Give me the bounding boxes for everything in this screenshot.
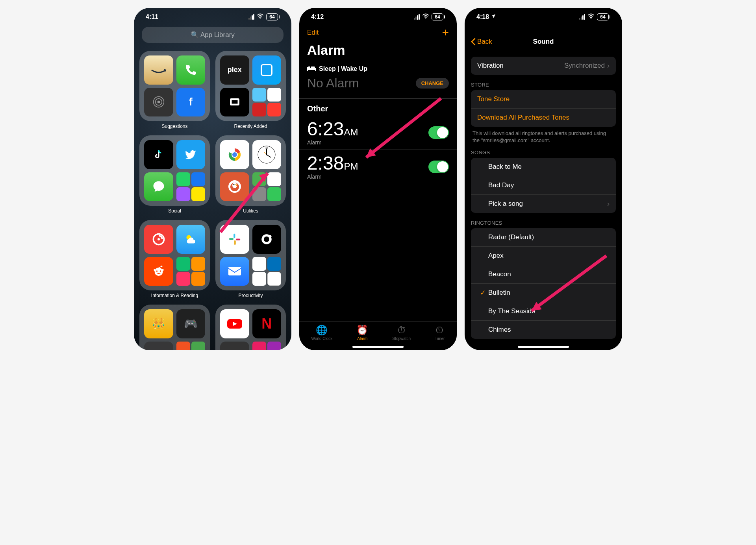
- home-indicator[interactable]: [352, 346, 404, 348]
- pocketcasts-icon[interactable]: [144, 225, 173, 254]
- ringtone-cell[interactable]: ✓By The Seaside: [471, 302, 616, 320]
- home-indicator[interactable]: [518, 346, 569, 348]
- back-button[interactable]: Back: [471, 38, 492, 46]
- ringtone-cell[interactable]: ✓Radar (Default): [471, 228, 616, 246]
- search-placeholder: App Library: [200, 31, 235, 39]
- section-header: SONGS: [471, 150, 616, 155]
- mini-apps[interactable]: [176, 257, 206, 286]
- globe-icon: 🌐: [311, 325, 333, 336]
- alarm-row[interactable]: 2:38PM Alarm: [299, 150, 457, 184]
- pick-song-cell[interactable]: ✓Pick a song›: [471, 194, 616, 213]
- game-icon[interactable]: 🎮: [176, 309, 206, 338]
- app-icon[interactable]: [220, 342, 249, 351]
- chrome-icon[interactable]: [220, 140, 249, 169]
- mini-apps[interactable]: [252, 172, 282, 201]
- folder-partial[interactable]: 👑 🎮 🏈: [139, 305, 210, 350]
- nav-bar: Edit +: [299, 23, 457, 42]
- page-title: Alarm: [299, 42, 457, 62]
- alarm-time: 2:38PM: [307, 154, 358, 173]
- clock-icon[interactable]: 12: [252, 140, 282, 169]
- game-icon[interactable]: 👑: [144, 309, 173, 338]
- app-icon[interactable]: [252, 55, 282, 85]
- mini-apps[interactable]: [176, 342, 206, 351]
- search-icon: 🔍: [191, 31, 200, 39]
- facebook-icon[interactable]: f: [176, 88, 206, 117]
- svg-rect-38: [307, 68, 316, 70]
- mini-apps[interactable]: [252, 342, 282, 351]
- ringtone-cell[interactable]: ✓Beacon: [471, 265, 616, 283]
- folder-suggestions[interactable]: f Suggestions: [139, 51, 210, 129]
- app-library-search[interactable]: 🔍 App Library: [142, 27, 284, 43]
- tab-stopwatch[interactable]: ⏱Stopwatch: [392, 325, 411, 341]
- amazon-icon[interactable]: [144, 55, 173, 85]
- ringtones-section: RINGTONES ✓Radar (Default) ✓Apex ✓Beacon…: [471, 220, 616, 339]
- song-cell[interactable]: ✓Bad Day: [471, 176, 616, 194]
- settings-icon[interactable]: [144, 88, 173, 117]
- folder-utilities[interactable]: 12 Utilities: [215, 135, 286, 214]
- ringtone-cell[interactable]: ✓Chimes: [471, 320, 616, 339]
- status-left: 4:18: [476, 13, 496, 20]
- phone-icon[interactable]: [176, 55, 206, 85]
- vibration-section: Vibration Synchronized ›: [471, 57, 616, 75]
- game-icon[interactable]: 🏈: [144, 342, 173, 351]
- battery-icon: 64: [432, 13, 445, 20]
- folder-social[interactable]: Social: [139, 135, 210, 214]
- add-alarm-button[interactable]: +: [442, 26, 449, 39]
- store-section: STORE Tone Store Download All Purchased …: [471, 82, 616, 147]
- folder-productivity[interactable]: Productivity: [215, 220, 286, 298]
- ringtone-cell[interactable]: ✓Apex: [471, 246, 616, 265]
- mini-apps[interactable]: [252, 88, 282, 117]
- alarm-label: Alarm: [307, 139, 358, 146]
- youtube-icon[interactable]: [220, 309, 249, 338]
- reddit-icon[interactable]: [144, 257, 173, 286]
- messages-icon[interactable]: [144, 172, 173, 201]
- duckduckgo-icon[interactable]: [220, 172, 249, 201]
- svg-rect-34: [228, 267, 241, 275]
- capcut-icon[interactable]: [220, 88, 249, 117]
- svg-rect-40: [315, 68, 316, 71]
- location-icon: [491, 13, 496, 20]
- tab-worldclock[interactable]: 🌐World Clock: [311, 325, 333, 341]
- svg-point-17: [233, 184, 234, 185]
- svg-point-2: [157, 101, 160, 103]
- status-right: 64: [414, 13, 445, 20]
- folder-info-reading[interactable]: Information & Reading: [139, 220, 210, 298]
- weather-icon[interactable]: [176, 225, 206, 254]
- alarm-toggle[interactable]: [428, 161, 449, 173]
- battery-icon: 64: [266, 13, 280, 20]
- slack-icon[interactable]: [220, 225, 249, 254]
- svg-rect-28: [233, 234, 235, 238]
- tab-alarm[interactable]: ⏰Alarm: [356, 325, 368, 341]
- mail-icon[interactable]: [220, 257, 249, 286]
- folder-recently-added[interactable]: plex Recently Added: [215, 51, 286, 129]
- wifi-icon: [587, 13, 595, 20]
- folder-partial[interactable]: N: [215, 305, 286, 350]
- alarm-row[interactable]: 6:23AM Alarm: [299, 116, 457, 150]
- folders-grid: f Suggestions plex Recently Added: [134, 47, 291, 350]
- mini-apps[interactable]: [252, 257, 282, 286]
- svg-rect-42: [311, 67, 315, 68]
- plex-icon[interactable]: plex: [220, 55, 249, 85]
- sleep-label: Sleep | Wake Up: [319, 65, 367, 72]
- sleep-alarm-row[interactable]: No Alarm CHANGE: [299, 76, 457, 98]
- app-icon[interactable]: [252, 225, 282, 254]
- tab-timer[interactable]: ⏲Timer: [435, 325, 445, 341]
- cellular-signal-icon: [579, 14, 585, 20]
- alarm-icon: ⏰: [356, 325, 368, 336]
- twitter-icon[interactable]: [176, 140, 206, 169]
- timer-icon: ⏲: [435, 325, 445, 336]
- tiktok-icon[interactable]: [144, 140, 173, 169]
- alarm-toggle[interactable]: [428, 126, 449, 139]
- download-tones-cell[interactable]: Download All Purchased Tones: [471, 108, 616, 127]
- ringtone-cell[interactable]: ✓Bulletin: [471, 283, 616, 302]
- edit-button[interactable]: Edit: [307, 29, 319, 37]
- songs-section: SONGS ✓Back to Me ✓Bad Day ✓Pick a song›: [471, 150, 616, 213]
- change-button[interactable]: CHANGE: [416, 78, 449, 89]
- song-cell[interactable]: ✓Back to Me: [471, 158, 616, 176]
- svg-rect-4: [232, 100, 237, 104]
- netflix-icon[interactable]: N: [252, 309, 282, 338]
- vibration-cell[interactable]: Vibration Synchronized ›: [471, 57, 616, 75]
- svg-point-21: [154, 268, 163, 276]
- tone-store-cell[interactable]: Tone Store: [471, 90, 616, 108]
- mini-apps[interactable]: [176, 172, 206, 201]
